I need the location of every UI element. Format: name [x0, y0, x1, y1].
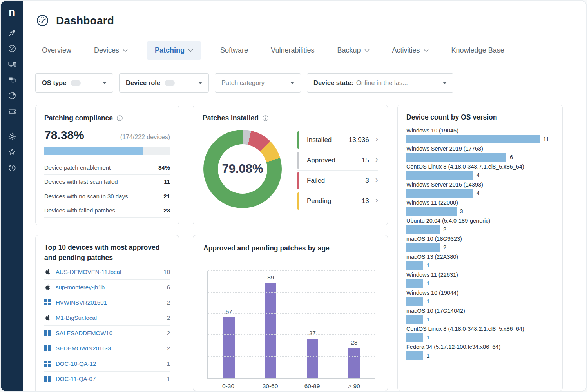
os-version-row-windows-11-22631: Windows 11 (22631)1	[406, 272, 554, 288]
caret-down-icon	[443, 82, 447, 84]
app-logo[interactable]: n	[9, 5, 15, 20]
os-version-bar[interactable]	[406, 207, 457, 216]
device-row-sedemowin2016-3: SEDEMOWIN2016-32	[44, 341, 170, 356]
info-icon[interactable]	[116, 115, 123, 122]
os-version-count: 1	[427, 316, 430, 323]
os-version-bar[interactable]	[406, 279, 423, 288]
device-link[interactable]: SALESADDEMOW10	[56, 330, 112, 336]
legend-item-failed[interactable]: Failed3›	[297, 171, 378, 191]
device-link[interactable]: SEDEMOWIN2016-3	[56, 345, 111, 352]
dashboard-gauge-icon[interactable]	[7, 44, 17, 53]
os-version-count: 1	[427, 334, 430, 341]
ticket-icon[interactable]	[7, 107, 17, 116]
legend-item-approved[interactable]: Approved15›	[297, 150, 378, 171]
os-version-bar[interactable]	[406, 135, 540, 143]
tab-devices[interactable]: Devices	[91, 41, 131, 60]
card-title-age-chart: Approved and pending patches by age	[203, 243, 377, 253]
age-bar[interactable]	[348, 348, 360, 378]
os-version-bar[interactable]	[406, 351, 423, 360]
filter-device-state[interactable]: Device state:Online in the las...	[307, 73, 453, 93]
gridline	[208, 313, 375, 314]
os-version-bar[interactable]	[406, 315, 423, 324]
legend-item-installed[interactable]: Installed13,936›	[297, 130, 378, 150]
os-version-count: 11	[543, 136, 549, 142]
age-bar[interactable]	[265, 283, 276, 378]
legend-value: 13	[362, 197, 369, 205]
os-version-label: Windows 10 (19045)	[406, 127, 554, 134]
device-patch-count: 1	[167, 360, 170, 367]
os-version-row-macos-10-17g14042: macOS 10 (17G14042)1	[406, 308, 554, 324]
os-version-bar[interactable]	[406, 189, 473, 198]
compliance-stat-devices-with-last-scan-failed: Devices with last scan failed11	[44, 175, 170, 189]
os-gridline-100	[540, 128, 540, 360]
os-version-row-centos-linux-8-4-18-0-348-2-1-el8-5-x86-64: CentOS Linux 8 (4.18.0-348.2.1.el8_5.x86…	[406, 326, 554, 342]
gridline	[208, 356, 375, 357]
tab-vulnerabilities[interactable]: Vulnerabilities	[267, 41, 318, 60]
filter-value-badge	[71, 80, 81, 86]
os-version-count: 6	[510, 154, 513, 160]
top-devices-list: AUS-DEMOVEN-11.local10sup-monterey-jh1b6…	[44, 265, 170, 392]
age-bar-value: 89	[267, 274, 274, 281]
device-link[interactable]: M1-BigSur.local	[56, 314, 97, 321]
tab-activities[interactable]: Activities	[389, 41, 432, 60]
tab-knowledge-base[interactable]: Knowledge Base	[448, 41, 508, 60]
os-version-count: 1	[427, 262, 430, 269]
device-patch-count: 2	[167, 330, 170, 336]
device-link[interactable]: AUS-DEMOVEN-11.local	[56, 269, 121, 275]
age-bar[interactable]	[223, 317, 235, 378]
device-link[interactable]: DOC-10-QA-12	[56, 360, 96, 367]
legend-value: 3	[365, 177, 369, 185]
device-link[interactable]: sup-monterey-jh1b	[56, 284, 105, 290]
tab-overview[interactable]: Overview	[38, 41, 75, 60]
stat-value: 21	[163, 193, 170, 200]
age-bar-group-0-30: 57	[208, 271, 250, 378]
devices-icon[interactable]	[7, 60, 17, 69]
sidebar-nav-bottom	[7, 132, 17, 172]
apple-icon	[44, 284, 50, 290]
gear-icon[interactable]	[7, 132, 17, 141]
device-patch-count: 10	[163, 269, 170, 275]
tab-label: Vulnerabilities	[271, 46, 314, 54]
star-icon[interactable]	[7, 147, 17, 157]
device-link[interactable]: DOC-11-QA-07	[56, 376, 96, 382]
filter-device-role[interactable]: Device role	[119, 73, 209, 93]
windows-icon	[44, 376, 51, 382]
stat-label: Device patch enablement	[44, 164, 111, 171]
info-icon[interactable]	[262, 115, 269, 122]
os-version-row-macos-13-22a380: macOS 13 (22A380)1	[406, 254, 554, 270]
os-version-bar[interactable]	[406, 333, 423, 342]
age-bar[interactable]	[307, 339, 318, 378]
os-version-label: Ubuntu 20.04 (5.4.0-189-generic)	[406, 218, 554, 224]
device-link[interactable]: SEDEMONMS	[56, 391, 94, 391]
age-axis-label: 0-30	[207, 383, 249, 390]
legend-value: 13,936	[349, 136, 369, 144]
filter-os-type[interactable]: OS type	[35, 73, 113, 93]
rocket-icon[interactable]	[7, 28, 17, 38]
history-icon[interactable]	[7, 163, 17, 172]
patches-installed-card: Patches installed 79.08% Installed13,936…	[193, 105, 388, 225]
device-row-m1-bigsur-local: M1-BigSur.local2	[44, 310, 170, 326]
apple-icon	[44, 269, 50, 275]
device-row-sup-monterey-jh1b: sup-monterey-jh1b6	[44, 280, 170, 295]
tab-backup[interactable]: Backup	[334, 41, 373, 60]
tab-software[interactable]: Software	[217, 41, 252, 60]
device-patch-count: 1	[167, 376, 170, 382]
os-version-bar[interactable]	[406, 171, 473, 180]
age-bar-chart: 57893728	[207, 271, 375, 379]
compliance-stats-list: Device patch enablement84%Devices with l…	[44, 160, 170, 218]
os-version-bar[interactable]	[406, 225, 440, 234]
os-version-bar[interactable]	[406, 153, 506, 162]
device-link[interactable]: HVWINSVR201601	[56, 299, 107, 306]
filter-patch-category[interactable]: Patch category	[215, 73, 301, 93]
multi-window-icon[interactable]	[7, 75, 17, 85]
legend-item-pending[interactable]: Pending13›	[297, 191, 378, 211]
pie-chart-icon[interactable]	[7, 91, 17, 100]
os-version-label: CentOS Linux 8 (4.18.0-348.2.1.el8_5.x86…	[406, 326, 554, 332]
os-version-bar[interactable]	[406, 243, 440, 252]
os-version-bar[interactable]	[406, 261, 423, 270]
tab-patching[interactable]: Patching	[147, 41, 201, 60]
age-bar-group-90: 28	[333, 271, 375, 378]
os-version-bar[interactable]	[406, 297, 423, 306]
tab-bar: OverviewDevicesPatchingSoftwareVulnerabi…	[38, 40, 508, 60]
page-title: Dashboard	[56, 15, 114, 27]
